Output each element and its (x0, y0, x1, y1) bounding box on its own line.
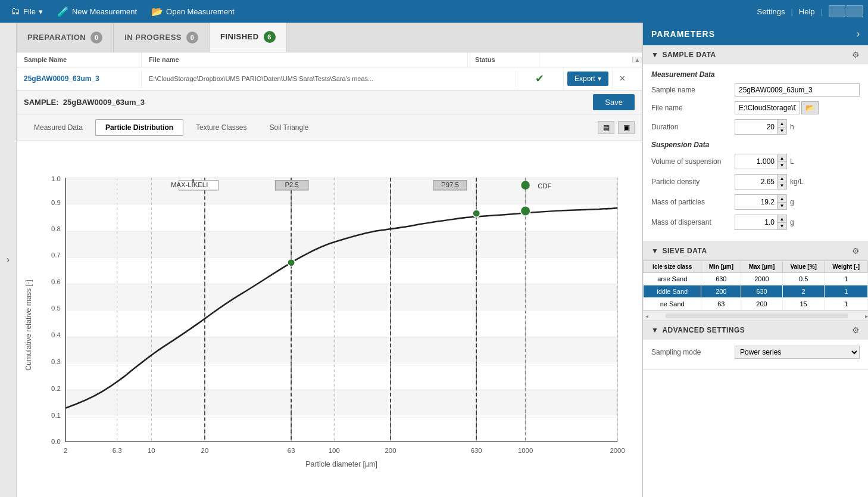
export-button[interactable]: Export ▾ (567, 72, 608, 86)
density-input[interactable] (735, 175, 777, 189)
sieve-col-class: icle size class (644, 261, 701, 273)
file-browse-button[interactable]: 📂 (801, 101, 819, 114)
svg-text:0.0: 0.0 (51, 438, 61, 445)
svg-rect-5 (65, 389, 617, 415)
export-dropdown-icon: ▾ (598, 74, 601, 83)
sample-data-content: Measurement Data Sample name File name 📂… (643, 64, 868, 241)
duration-up-button[interactable]: ▲ (777, 120, 786, 127)
svg-text:0.9: 0.9 (51, 199, 61, 206)
col-header-status: Status (468, 52, 539, 67)
sieve-cell-coarse-value: 0.5 (782, 273, 825, 285)
duration-down-button[interactable]: ▼ (777, 127, 786, 134)
sub-tab-particle-distribution[interactable]: Particle Distribution (95, 119, 183, 136)
svg-rect-2 (65, 231, 617, 257)
suspension-data-section: Suspension Data Volume of suspension ▲ ▼… (651, 141, 860, 230)
sieve-row-fine-sand: ne Sand 63 200 15 1 (644, 298, 868, 310)
sample-data-collapse-icon: ▼ (651, 51, 658, 59)
svg-text:Cumulative relative mass [-]: Cumulative relative mass [-] (24, 279, 33, 370)
mass-particles-up-button[interactable]: ▲ (777, 195, 786, 202)
sample-data-settings-icon[interactable]: ⚙ (852, 50, 860, 60)
sieve-data-content: icle size class Min [µm] Max [µm] Value … (643, 260, 868, 320)
sieve-cell-middle-weight: 1 (825, 285, 868, 298)
density-field-row: Particle density ▲ ▼ kg/L (651, 174, 860, 190)
sample-table-row: 25gBAW0009_63um_3 E:\CloudStorage\Dropbo… (17, 67, 642, 91)
svg-text:MAX-LIKELI: MAX-LIKELI (171, 181, 208, 188)
svg-rect-3 (65, 284, 617, 310)
file-name-field-label: File name (651, 104, 735, 112)
svg-text:0.5: 0.5 (51, 305, 61, 312)
right-panel-header: PARAMETERS › (643, 23, 868, 45)
settings-button[interactable]: Settings (757, 7, 785, 16)
sieve-scroll-bar[interactable]: ◂ ▸ (643, 310, 868, 320)
sampling-mode-select[interactable]: Power series (735, 346, 860, 359)
advanced-settings-icon[interactable]: ⚙ (852, 325, 860, 335)
sieve-cell-fine-min: 63 (701, 298, 741, 310)
scroll-right-icon[interactable]: ▸ (850, 313, 868, 319)
tab-preparation[interactable]: PREPARATION 0 (17, 23, 114, 52)
sub-tab-texture-classes[interactable]: Texture Classes (186, 119, 257, 136)
tab-in-progress[interactable]: IN PROGRESS 0 (114, 23, 210, 52)
open-measurement-icon: 📂 (151, 6, 163, 17)
mass-dispersant-up-button[interactable]: ▲ (777, 215, 786, 222)
view-icon-1-button[interactable]: ▤ (598, 121, 614, 134)
file-dropdown-icon: ▾ (39, 7, 43, 16)
mass-dispersant-input[interactable] (735, 215, 777, 229)
volume-field-row: Volume of suspension ▲ ▼ L (651, 154, 860, 169)
svg-text:0.3: 0.3 (51, 358, 61, 365)
density-spin-col: ▲ ▼ (777, 175, 786, 189)
file-name-input[interactable] (735, 101, 800, 114)
sieve-data-section-header[interactable]: ▼ SIEVE DATA ⚙ (643, 241, 868, 260)
volume-spin: ▲ ▼ (735, 154, 787, 169)
view-icon-2-button[interactable]: ▣ (618, 121, 635, 134)
mass-dispersant-down-button[interactable]: ▼ (777, 222, 786, 229)
advanced-settings-header[interactable]: ▼ ADVANCED SETTINGS ⚙ (643, 321, 868, 340)
svg-text:200: 200 (385, 447, 396, 454)
sieve-cell-fine-weight: 1 (825, 298, 868, 310)
new-measurement-button[interactable]: 🧪 New Measurement (51, 4, 143, 20)
mass-dispersant-spin: ▲ ▼ (735, 215, 787, 230)
help-button[interactable]: Help (799, 7, 815, 16)
sieve-col-weight: Weight [-] (825, 261, 868, 273)
tab-finished[interactable]: FINISHED 6 (210, 23, 287, 52)
mass-particles-spin-col: ▲ ▼ (777, 195, 786, 209)
mass-particles-down-button[interactable]: ▼ (777, 202, 786, 209)
volume-up-button[interactable]: ▲ (777, 154, 786, 161)
sieve-cell-middle-value: 2 (782, 285, 825, 298)
parameters-title: PARAMETERS (651, 29, 715, 39)
scroll-left-icon[interactable]: ◂ (645, 313, 663, 319)
export-cell: Export ▾ (564, 68, 613, 89)
file-menu-button[interactable]: 🗂 File ▾ (5, 4, 49, 19)
sub-tab-measured-data[interactable]: Measured Data (24, 119, 93, 136)
sample-data-section-header[interactable]: ▼ SAMPLE DATA ⚙ (643, 45, 868, 64)
volume-input[interactable] (735, 154, 777, 169)
density-field-label: Particle density (651, 178, 735, 186)
svg-rect-1 (65, 178, 617, 204)
sample-label-bar: SAMPLE: 25gBAW0009_63um_3 Save (17, 91, 642, 114)
sub-tab-soil-triangle[interactable]: Soil Triangle (259, 119, 319, 136)
sidebar-collapse-button[interactable]: › (0, 23, 17, 497)
density-down-button[interactable]: ▼ (777, 182, 786, 189)
close-sample-button[interactable]: × (615, 71, 630, 86)
save-button[interactable]: Save (593, 94, 635, 110)
sample-name-input[interactable] (735, 83, 860, 97)
duration-input[interactable] (735, 120, 777, 134)
file-icon: 🗂 (11, 6, 20, 17)
sieve-data-settings-icon[interactable]: ⚙ (852, 246, 860, 256)
toggle-left-button[interactable] (829, 5, 845, 17)
open-measurement-button[interactable]: 📂 Open Measurement (145, 4, 241, 20)
sieve-cell-fine-value: 15 (782, 298, 825, 310)
right-panel-collapse-button[interactable]: › (857, 29, 860, 39)
svg-text:20: 20 (201, 447, 209, 454)
sample-bar-name: 25gBAW0009_63um_3 (63, 98, 145, 107)
density-up-button[interactable]: ▲ (777, 175, 786, 182)
sieve-cell-fine-max: 200 (741, 298, 783, 310)
volume-down-button[interactable]: ▼ (777, 161, 786, 169)
sieve-scroll-track[interactable] (666, 313, 848, 318)
tab-in-progress-label: IN PROGRESS (124, 33, 182, 42)
svg-text:2000: 2000 (610, 447, 625, 454)
toggle-right-button[interactable] (847, 5, 863, 17)
scroll-up-button[interactable]: ▲ (632, 57, 642, 63)
sieve-row-coarse-sand: arse Sand 630 2000 0.5 1 (644, 273, 868, 285)
mass-particles-input[interactable] (735, 195, 777, 209)
volume-spin-col: ▲ ▼ (777, 154, 786, 169)
